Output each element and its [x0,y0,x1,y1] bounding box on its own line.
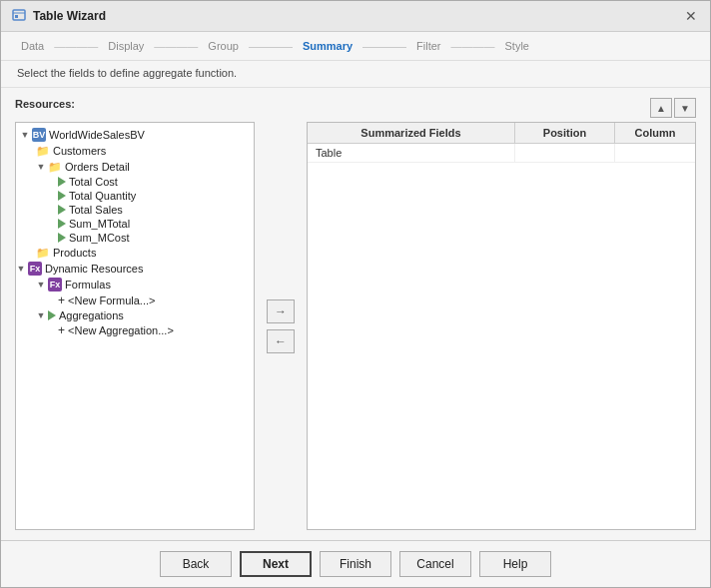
field-icon [58,205,66,215]
total-cost-label: Total Cost [69,176,118,188]
tree-item-dynamic-resources[interactable]: ▼ Fx Dynamic Resources [16,261,254,277]
summarized-fields-panel: Summarized Fields Position Column Table [307,122,696,530]
dynamic-resources-label: Dynamic Resources [45,263,143,275]
resources-tree[interactable]: ▼ BV WorldWideSalesBV 📁 Customers ▼ 📁 Or… [15,122,255,530]
col-header-column: Column [615,123,695,143]
fx-icon: Fx [28,262,42,276]
field-icon [58,191,66,201]
cancel-button[interactable]: Cancel [399,551,471,577]
tree-item-new-formula[interactable]: + <New Formula...> [16,293,254,308]
table-cell-column [615,144,695,162]
remove-field-button[interactable]: ← [267,329,295,353]
main-content: Resources: ▲ ▼ ▼ BV WorldWideSalesBV 📁 C… [1,88,710,540]
steps-bar: Data ———— Display ———— Group ———— Summar… [1,32,710,61]
total-quantity-label: Total Quantity [69,190,136,202]
new-aggregation-label: <New Aggregation...> [68,324,174,336]
resources-label: Resources: [15,98,75,110]
window-title: Table Wizard [33,9,106,23]
wizard-icon [11,8,27,24]
agg-icon [48,310,56,320]
customers-label: Customers [53,145,106,157]
move-up-button[interactable]: ▲ [650,98,672,118]
field-icon [58,219,66,229]
expand-icon: ▼ [16,264,26,274]
folder-icon: 📁 [48,160,62,174]
new-formula-label: <New Formula...> [68,294,155,306]
transfer-buttons: → ← [263,122,299,530]
step-summary[interactable]: Summary [299,40,356,52]
expand-icon: ▼ [36,310,46,320]
step-data[interactable]: Data [17,40,48,52]
table-cell-position [515,144,615,162]
tree-item-total-cost[interactable]: Total Cost [16,175,254,189]
step-filter[interactable]: Filter [412,40,444,52]
finish-button[interactable]: Finish [320,551,391,577]
expand-icon: ▼ [36,162,46,172]
expand-icon: ▼ [20,130,30,140]
subtitle: Select the fields to define aggregate fu… [1,61,710,88]
table-header: Summarized Fields Position Column [308,123,695,144]
add-field-button[interactable]: → [267,299,295,323]
next-button[interactable]: Next [240,551,312,577]
folder-icon: 📁 [36,144,50,158]
step-group[interactable]: Group [204,40,243,52]
tree-item-aggregations[interactable]: ▼ Aggregations [16,308,254,322]
root-label: WorldWideSalesBV [49,129,145,141]
aggregations-label: Aggregations [59,309,124,321]
footer: Back Next Finish Cancel Help [1,540,710,587]
tree-item-formulas[interactable]: ▼ Fx Formulas [16,277,254,293]
bv-icon: BV [32,128,46,142]
total-sales-label: Total Sales [69,204,123,216]
col-header-summarized: Summarized Fields [308,123,515,143]
svg-rect-2 [15,15,18,18]
tree-item-total-quantity[interactable]: Total Quantity [16,189,254,203]
col-header-position: Position [515,123,615,143]
orders-detail-label: Orders Detail [65,161,130,173]
step-display[interactable]: Display [104,40,148,52]
new-icon: + [58,323,65,337]
table-cell-field: Table [308,144,515,162]
help-button[interactable]: Help [479,551,551,577]
tree-item-products[interactable]: 📁 Products [16,245,254,261]
tree-item-new-aggregation[interactable]: + <New Aggregation...> [16,322,254,338]
sum-mcost-label: Sum_MCost [69,232,130,244]
table-body[interactable]: Table [308,144,695,529]
products-label: Products [53,247,96,259]
top-controls: Resources: ▲ ▼ [15,98,696,118]
tree-item-total-sales[interactable]: Total Sales [16,203,254,217]
fx-icon: Fx [48,278,62,292]
ud-buttons: ▲ ▼ [650,98,696,118]
tree-item-sum-mtotal[interactable]: Sum_MTotal [16,217,254,231]
sum-mtotal-label: Sum_MTotal [69,218,130,230]
formulas-label: Formulas [65,279,111,291]
folder-icon: 📁 [36,246,50,260]
field-icon [58,177,66,187]
back-button[interactable]: Back [160,551,232,577]
expand-icon: ▼ [36,280,46,290]
title-bar: Table Wizard ✕ [1,1,710,32]
tree-item-sum-mcost[interactable]: Sum_MCost [16,231,254,245]
panels: ▼ BV WorldWideSalesBV 📁 Customers ▼ 📁 Or… [15,122,696,530]
table-row: Table [308,144,695,163]
step-style[interactable]: Style [501,40,533,52]
field-icon [58,233,66,243]
new-icon: + [58,294,65,307]
tree-root-node[interactable]: ▼ BV WorldWideSalesBV [16,127,254,143]
table-wizard-window: Table Wizard ✕ Data ———— Display ———— Gr… [0,0,711,588]
tree-item-orders-detail[interactable]: ▼ 📁 Orders Detail [16,159,254,175]
tree-item-customers[interactable]: 📁 Customers [16,143,254,159]
move-down-button[interactable]: ▼ [674,98,696,118]
svg-rect-0 [13,10,25,20]
close-button[interactable]: ✕ [682,7,700,25]
